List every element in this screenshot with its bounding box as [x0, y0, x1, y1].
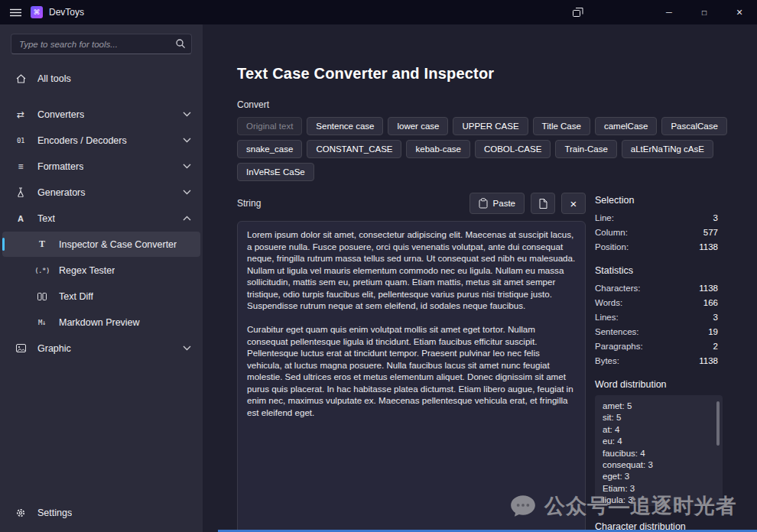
convert-title-case-button[interactable]: Title Case	[533, 117, 590, 135]
generators-icon	[15, 187, 27, 197]
sidebar-item-label: Text	[37, 213, 55, 224]
convert-alternating-case-button[interactable]: aLtErNaTiNg cAsE	[622, 140, 713, 158]
convert-lower-case-button[interactable]: lower case	[388, 117, 448, 135]
compact-overlay-icon	[573, 8, 583, 17]
graphic-icon	[15, 344, 27, 352]
devtoys-logo-icon: ⌘	[31, 6, 43, 18]
sidebar-item-label: Markdown Preview	[59, 317, 140, 328]
page-title: Text Case Converter and Inspector	[237, 65, 757, 83]
encoders-icon: 01	[15, 137, 27, 144]
hamburger-icon	[10, 8, 21, 17]
sidebar-item-label: Settings	[37, 508, 72, 518]
app-title: DevToys	[49, 7, 84, 18]
close-button[interactable]: ×	[722, 0, 757, 24]
string-section-label: String	[237, 198, 261, 209]
sidebar-item-formatters[interactable]: ≡ Formatters	[2, 154, 200, 179]
sidebar: All tools ⇄ Converters 01 Encoders / Dec…	[0, 24, 203, 532]
open-file-button[interactable]	[531, 193, 555, 214]
text-diff-icon	[36, 292, 48, 301]
formatters-icon: ≡	[15, 161, 27, 172]
sidebar-item-encoders-decoders[interactable]: 01 Encoders / Decoders	[2, 128, 200, 153]
convert-kebab-case-button[interactable]: kebab-case	[406, 140, 469, 158]
sidebar-item-label: Regex Tester	[59, 265, 115, 276]
sidebar-item-text-diff[interactable]: Text Diff	[2, 284, 200, 309]
convert-sentence-case-button[interactable]: Sentence case	[307, 117, 383, 135]
convert-camel-case-button[interactable]: camelCase	[595, 117, 658, 135]
sidebar-item-label: Graphic	[37, 343, 71, 354]
sidebar-item-label: Inspector & Case Converter	[59, 239, 177, 250]
stat-row-characters: Characters:1138	[595, 281, 723, 296]
stat-row-sentences: Sentences:19	[595, 325, 723, 339]
scrollbar-thumb[interactable]	[716, 401, 720, 446]
sidebar-nav: All tools ⇄ Converters 01 Encoders / Dec…	[0, 59, 203, 495]
sidebar-item-label: Generators	[37, 187, 86, 198]
sidebar-item-regex-tester[interactable]: (.*) Regex Tester	[2, 258, 200, 283]
paste-button[interactable]: Paste	[469, 193, 525, 214]
selection-title: Selection	[595, 195, 723, 206]
convert-pascal-case-button[interactable]: PascalCase	[661, 117, 726, 135]
word-item: consequat: 3	[603, 459, 715, 471]
minimize-button[interactable]: ─	[651, 0, 687, 24]
word-distribution-title: Word distribution	[595, 379, 723, 390]
sidebar-item-graphic[interactable]: Graphic	[2, 336, 200, 361]
clipboard-icon	[479, 198, 488, 209]
chevron-up-icon	[183, 216, 191, 221]
statistics-title: Statistics	[595, 265, 723, 276]
sidebar-item-label: Converters	[37, 109, 84, 120]
home-icon	[15, 74, 27, 83]
sidebar-item-label: All tools	[37, 73, 71, 84]
sidebar-item-settings[interactable]: Settings	[2, 500, 200, 525]
sidebar-item-all-tools[interactable]: All tools	[2, 66, 200, 91]
chevron-down-icon	[183, 345, 191, 351]
hamburger-menu-button[interactable]	[0, 0, 31, 24]
clear-button[interactable]: ×	[561, 193, 586, 214]
search-icon[interactable]	[175, 38, 186, 52]
stat-row-paragraphs: Paragraphs:2	[595, 339, 723, 354]
convert-constant-case-button[interactable]: CONSTANT_CASE	[307, 140, 401, 158]
titlebar: ⌘ DevToys ─ □ ×	[0, 0, 757, 24]
gear-icon	[15, 508, 27, 518]
convert-inverse-case-button[interactable]: InVeRsE CaSe	[237, 163, 314, 181]
text-inspector-icon: T	[36, 238, 48, 250]
sidebar-item-generators[interactable]: Generators	[2, 180, 200, 205]
maximize-button[interactable]: □	[687, 0, 722, 24]
sidebar-item-label: Text Diff	[59, 291, 93, 302]
sidebar-item-converters[interactable]: ⇄ Converters	[2, 102, 200, 127]
word-distribution-list[interactable]: amet: 5 sit: 5 at: 4 eu: 4 faucibus: 4 c…	[595, 395, 723, 506]
inspector-panel: Selection Line:3 Column:577 Position:113…	[595, 192, 723, 532]
word-item: faucibus: 4	[603, 448, 715, 459]
sidebar-item-label: Encoders / Decoders	[37, 135, 127, 146]
chevron-down-icon	[183, 138, 191, 143]
main-content: Text Case Converter and Inspector Conver…	[203, 24, 757, 532]
converters-icon: ⇄	[15, 109, 27, 120]
convert-train-case-button[interactable]: Train-Case	[555, 140, 616, 158]
string-textarea[interactable]: Lorem ipsum dolor sit amet, consectetur …	[237, 221, 586, 532]
word-item: ligula: 3	[603, 495, 715, 506]
compact-overlay-button[interactable]	[564, 0, 592, 24]
stat-row-lines: Lines:3	[595, 310, 723, 325]
convert-cobol-case-button[interactable]: COBOL-CASE	[475, 140, 551, 158]
convert-original-text-button: Original text	[237, 117, 302, 135]
search-input[interactable]	[11, 34, 192, 54]
selection-section: Selection Line:3 Column:577 Position:113…	[595, 195, 723, 255]
close-icon: ×	[570, 198, 577, 209]
statistics-section: Statistics Characters:1138 Words:166 Lin…	[595, 265, 723, 368]
devtoys-window: ⌘ DevToys ─ □ × All tools	[0, 0, 757, 532]
sidebar-item-markdown-preview[interactable]: M↓ Markdown Preview	[2, 310, 200, 335]
word-item: eget: 3	[603, 471, 715, 482]
regex-icon: (.*)	[36, 267, 48, 274]
chevron-down-icon	[183, 112, 191, 117]
stat-row-position: Position:1138	[595, 240, 723, 255]
file-icon	[539, 199, 547, 209]
chevron-down-icon	[183, 164, 191, 169]
convert-snake-case-button[interactable]: snake_case	[237, 140, 302, 158]
sidebar-item-text[interactable]: A Text	[2, 206, 200, 231]
sidebar-item-inspector-case-converter[interactable]: T Inspector & Case Converter	[2, 232, 200, 257]
markdown-icon: M↓	[36, 319, 48, 326]
stat-row-line: Line:3	[595, 211, 723, 225]
paste-button-label: Paste	[493, 199, 515, 208]
stat-row-words: Words:166	[595, 296, 723, 310]
word-item: eu: 4	[603, 436, 715, 447]
convert-upper-case-button[interactable]: UPPER CASE	[453, 117, 528, 135]
convert-buttons: Original text Sentence case lower case U…	[237, 117, 757, 181]
